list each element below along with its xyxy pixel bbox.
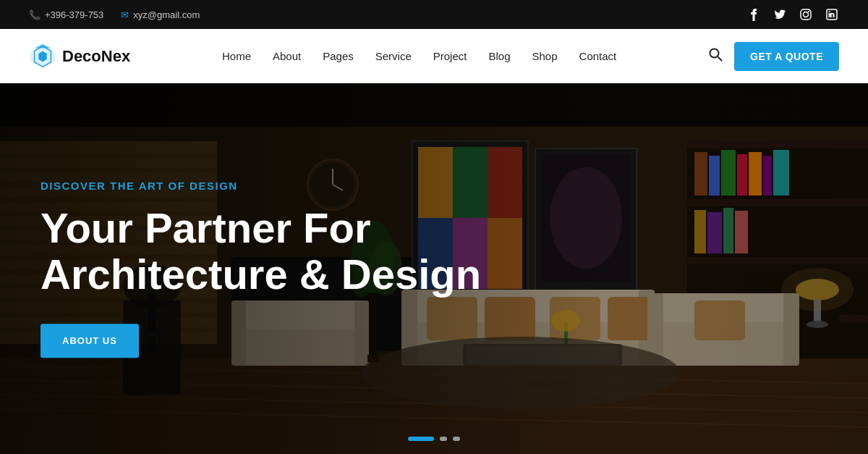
instagram-icon[interactable] [799, 7, 813, 22]
email-contact[interactable]: ✉ xyz@gmail.com [121, 9, 200, 20]
about-us-button[interactable]: ABOUT US [41, 324, 139, 358]
facebook-icon[interactable] [746, 7, 761, 22]
svg-line-12 [718, 57, 723, 62]
topbar: 📞 +396-379-753 ✉ xyz@gmail.com [0, 0, 868, 29]
nav-links: Home About Pages Service Project Blog Sh… [222, 50, 616, 62]
email-address: xyz@gmail.com [133, 9, 200, 20]
slider-dots [408, 437, 460, 441]
nav-pages[interactable]: Pages [323, 50, 354, 62]
topbar-contacts: 📞 +396-379-753 ✉ xyz@gmail.com [29, 9, 200, 20]
navbar: DecoNex Home About Pages Service Project… [0, 29, 868, 83]
hero-title-line2: Architecture & Design [41, 251, 481, 298]
get-quote-button[interactable]: GET A QUOTE [734, 42, 839, 71]
hero-title: Your Partner For Architecture & Design [41, 205, 481, 298]
social-links [746, 7, 839, 22]
nav-project[interactable]: Project [433, 50, 467, 62]
svg-point-11 [710, 49, 719, 58]
svg-point-1 [804, 12, 809, 17]
hero-title-line1: Your Partner For [41, 204, 371, 251]
linkedin-icon[interactable] [825, 7, 839, 22]
slider-dot-2[interactable] [440, 437, 447, 441]
hero-section: DISCOVER THE ART OF DESIGN Your Partner … [0, 83, 868, 454]
phone-number: +396-379-753 [45, 9, 103, 20]
hero-content: DISCOVER THE ART OF DESIGN Your Partner … [41, 180, 481, 358]
nav-blog[interactable]: Blog [488, 50, 510, 62]
svg-point-5 [829, 11, 830, 12]
nav-home[interactable]: Home [222, 50, 251, 62]
search-icon[interactable] [708, 47, 723, 65]
phone-contact[interactable]: 📞 +396-379-753 [29, 9, 103, 20]
svg-rect-4 [829, 13, 830, 17]
logo[interactable]: DecoNex [29, 43, 130, 70]
nav-actions: GET A QUOTE [708, 42, 839, 71]
hero-tagline: DISCOVER THE ART OF DESIGN [41, 180, 481, 192]
slider-dot-3[interactable] [453, 437, 460, 441]
logo-text: DecoNex [62, 47, 130, 66]
email-icon: ✉ [121, 9, 129, 20]
nav-about[interactable]: About [273, 50, 301, 62]
svg-point-2 [808, 11, 809, 12]
nav-contact[interactable]: Contact [579, 50, 617, 62]
svg-rect-0 [801, 9, 811, 20]
svg-rect-3 [827, 9, 837, 20]
twitter-icon[interactable] [773, 7, 787, 22]
nav-service[interactable]: Service [375, 50, 412, 62]
slider-dot-1[interactable] [408, 437, 434, 441]
phone-icon: 📞 [29, 9, 41, 20]
nav-shop[interactable]: Shop [532, 50, 558, 62]
svg-marker-10 [35, 43, 51, 48]
logo-icon [29, 43, 56, 70]
